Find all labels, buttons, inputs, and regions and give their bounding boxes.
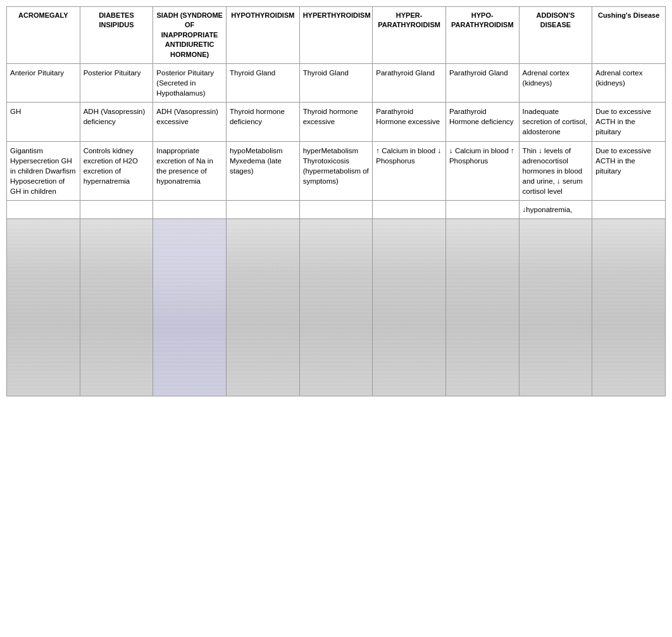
cell-siadh-hormone: ADH (Vasopressin) excessive bbox=[153, 103, 227, 141]
cell-hyperparathyroid-gland: Parathyroid Gland bbox=[373, 63, 446, 102]
cell-blurred-2 bbox=[80, 219, 153, 396]
cell-blurred-7 bbox=[445, 219, 519, 396]
cell-blurred-5 bbox=[299, 219, 373, 396]
col-header-diabetes-insipidus: DIABETES INSIPIDUS bbox=[80, 7, 153, 64]
cell-blurred-1 bbox=[7, 219, 80, 396]
col-header-hypo-parathyroidism: HYPO-PARATHYROIDISM bbox=[445, 7, 519, 64]
cell-hyperthyroid-gland: Thyroid Gland bbox=[299, 63, 373, 102]
cell-diabetes-notes bbox=[80, 200, 153, 218]
col-header-acromegaly: ACROMEGALY bbox=[7, 7, 80, 64]
cell-hypothyroid-hormone: Thyroid hormone deficiency bbox=[226, 103, 299, 141]
cell-siadh-clinical: Inappropriate excretion of Na in the pre… bbox=[153, 141, 227, 200]
cell-hypothyroid-gland: Thyroid Gland bbox=[226, 63, 299, 102]
cell-acromegaly-notes bbox=[7, 200, 80, 218]
col-header-hypothyroidism: HYPOTHYROIDISM bbox=[226, 7, 299, 64]
cell-hyperthyroid-notes bbox=[299, 200, 373, 218]
cell-addisons-hormone: Inadequate secretion of cortisol, aldost… bbox=[519, 103, 592, 141]
cell-hypoparathyroid-notes bbox=[445, 200, 519, 218]
cell-cushings-gland: Adrenal cortex (kidneys) bbox=[592, 63, 666, 102]
cell-hyperthyroid-clinical: hyperMetabolism Thyrotoxicosis (hypermet… bbox=[299, 141, 373, 200]
cell-diabetes-hormone: ADH (Vasopressin) deficiency bbox=[80, 103, 153, 141]
cell-hyperthyroid-hormone: Thyroid hormone excessive bbox=[299, 103, 373, 141]
cell-addisons-clinical: Thin ↓ levels of adrenocortisol hormones… bbox=[519, 141, 592, 200]
cell-addisons-gland: Adrenal cortex (kidneys) bbox=[519, 63, 592, 102]
col-header-addisons: ADDISON'S DISEASE bbox=[519, 7, 592, 64]
cell-blurred-6 bbox=[373, 219, 446, 396]
cell-cushings-clinical: Due to excessive ACTH in the pituitary bbox=[592, 141, 666, 200]
table-row: Anterior Pituitary Posterior Pituitary P… bbox=[7, 63, 666, 102]
cell-diabetes-gland: Posterior Pituitary bbox=[80, 63, 153, 102]
cell-hypothyroid-clinical: hypoMetabolism Myxedema (late stages) bbox=[226, 141, 299, 200]
col-header-cushings: Cushing's Disease bbox=[592, 7, 666, 64]
table-row: GH ADH (Vasopressin) deficiency ADH (Vas… bbox=[7, 103, 666, 141]
cell-blurred-4 bbox=[226, 219, 299, 396]
cell-cushings-hormone: Due to excessive ACTH in the pituitary bbox=[592, 103, 666, 141]
cell-acromegaly-hormone: GH bbox=[7, 103, 80, 141]
cell-blurred-8 bbox=[519, 219, 592, 396]
col-header-hyperthyroidism: HYPERTHYROIDISM bbox=[299, 7, 373, 64]
cell-blurred-9 bbox=[592, 219, 666, 396]
table-row: Gigantism Hypersecretion GH in children … bbox=[7, 141, 666, 200]
col-header-hyper-parathyroidism: HYPER-PARATHYROIDISM bbox=[373, 7, 446, 64]
endocrine-comparison-table: ACROMEGALY DIABETES INSIPIDUS SIADH (SYN… bbox=[6, 6, 666, 396]
cell-hypothyroid-notes bbox=[226, 200, 299, 218]
cell-hyperparathyroid-clinical: ↑ Calcium in blood ↓ Phosphorus bbox=[373, 141, 446, 200]
cell-cushings-notes bbox=[592, 200, 666, 218]
cell-acromegaly-gland: Anterior Pituitary bbox=[7, 63, 80, 102]
main-table-container: ACROMEGALY DIABETES INSIPIDUS SIADH (SYN… bbox=[6, 6, 666, 396]
cell-diabetes-clinical: Controls kidney excretion of H2O excreti… bbox=[80, 141, 153, 200]
cell-blurred-3 bbox=[153, 219, 227, 396]
cell-acromegaly-clinical: Gigantism Hypersecretion GH in children … bbox=[7, 141, 80, 200]
col-header-siadh: SIADH (SYNDROME OF INAPPROPRIATE ANTIDIU… bbox=[153, 7, 227, 64]
cell-addisons-notes: ↓hyponatremia, bbox=[519, 200, 592, 218]
table-row-blurred bbox=[7, 219, 666, 396]
cell-hypoparathyroid-gland: Parathyroid Gland bbox=[445, 63, 519, 102]
cell-hyperparathyroid-notes bbox=[373, 200, 446, 218]
cell-hyperparathyroid-hormone: Parathyroid Hormone excessive bbox=[373, 103, 446, 141]
table-row: ↓hyponatremia, bbox=[7, 200, 666, 218]
cell-hypoparathyroid-hormone: Parathyroid Hormone deficiency bbox=[445, 103, 519, 141]
cell-siadh-notes bbox=[153, 200, 227, 218]
cell-siadh-gland: Posterior Pituitary (Secreted in Hypotha… bbox=[153, 63, 227, 102]
cell-hypoparathyroid-clinical: ↓ Calcium in blood ↑ Phosphorus bbox=[445, 141, 519, 200]
